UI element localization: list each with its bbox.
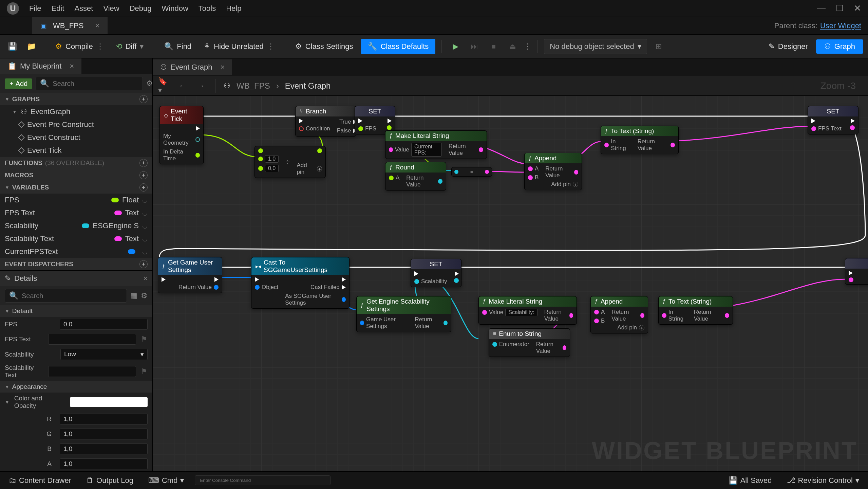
exec-in-pin[interactable] [358, 119, 376, 123]
node-round[interactable]: ƒRound A Return Value [385, 162, 446, 191]
prop-input[interactable] [60, 319, 148, 330]
bookmark-button[interactable]: 🔖▾ [158, 80, 170, 92]
visibility-icon[interactable]: ◡ [142, 222, 148, 230]
pin-out[interactable]: My Geometry [163, 133, 200, 146]
pin-out[interactable] [850, 125, 855, 130]
revision-control-button[interactable]: ⎇Revision Control▾ [783, 474, 863, 487]
node-append-2[interactable]: ƒAppend A B Return Value Add pin+ [590, 296, 648, 333]
pin-in[interactable]: 1,0 [258, 155, 279, 163]
exec-out-pin[interactable] [214, 277, 219, 282]
settings-icon[interactable]: ⚙ [146, 79, 153, 88]
node-set-scalability[interactable]: SET Scalability [411, 259, 461, 287]
forward-button[interactable]: → [195, 80, 207, 92]
event-item[interactable]: Event Construct [0, 131, 152, 144]
visibility-icon[interactable]: ◡ [142, 235, 148, 242]
prop-input[interactable] [60, 443, 148, 454]
add-function-icon[interactable]: + [139, 159, 148, 167]
exec-out-pin[interactable] [851, 119, 855, 123]
pin-out[interactable]: Return Value [449, 143, 483, 157]
pin-a[interactable]: A [594, 309, 605, 315]
content-drawer-button[interactable]: 🗂Content Drawer [5, 474, 75, 487]
pin-cast-failed[interactable]: Cast Failed [310, 284, 346, 291]
pin-out[interactable]: In Delta Time [163, 148, 200, 162]
event-item[interactable]: Event Tick [0, 144, 152, 157]
add-variable-icon[interactable]: + [139, 183, 148, 192]
breadcrumb-root[interactable]: WB_FPS [237, 81, 270, 91]
color-swatch[interactable] [70, 397, 148, 407]
pin-in[interactable] [258, 148, 279, 153]
reset-icon[interactable]: ⚑ [141, 335, 148, 344]
pin-out[interactable]: Return Value [178, 284, 219, 291]
exec-in-pin[interactable] [811, 119, 842, 123]
exec-in-pin[interactable] [162, 277, 166, 282]
browse-button[interactable]: 📁 [24, 39, 39, 54]
prop-group-default[interactable]: ▼Default [0, 305, 152, 317]
add-pin[interactable]: Add pin+ [617, 324, 644, 331]
class-settings-button[interactable]: ⚙ Class Settings [291, 39, 357, 54]
variable-row[interactable]: Scalability TextText◡ [0, 232, 152, 245]
reset-icon[interactable]: ⚑ [141, 367, 148, 376]
node-set-scalability-text[interactable]: SET Scalability Text [845, 258, 868, 285]
prop-input[interactable] [48, 334, 136, 345]
exec-in-pin[interactable] [849, 271, 853, 275]
pin-value[interactable]: ValueScalability: [482, 309, 537, 316]
all-saved-button[interactable]: 💾All Saved [724, 474, 776, 487]
pin-var[interactable] [849, 277, 853, 282]
node-set-fpstext[interactable]: SET FPS Text [808, 106, 858, 134]
output-log-button[interactable]: 🗒Output Log [82, 474, 137, 487]
exec-in-pin[interactable] [255, 277, 278, 282]
add-graph-icon[interactable]: + [139, 95, 148, 103]
prop-input[interactable] [48, 366, 136, 377]
pin-in[interactable]: A [389, 175, 399, 181]
pin-in[interactable]: Game User Settings [360, 316, 408, 330]
locate-button[interactable]: ⊞ [651, 39, 666, 54]
pin-out[interactable]: Return Value [536, 341, 566, 355]
node-cast[interactable]: ▸◂Cast To SGGameUserSettings Object Cast… [251, 257, 350, 309]
menu-view[interactable]: View [103, 4, 119, 13]
exec-out-pin[interactable] [388, 119, 392, 123]
section-variables[interactable]: ▼ VARIABLES + [0, 181, 152, 194]
pin-out[interactable]: Return Value [406, 175, 442, 188]
menu-window[interactable]: Window [162, 4, 188, 13]
add-button[interactable]: + Add [5, 78, 32, 89]
add-pin[interactable]: Add pin+ [551, 181, 578, 188]
play-button[interactable]: ▶ [448, 39, 463, 54]
settings-icon[interactable]: ⚙ [141, 291, 148, 300]
designer-button[interactable]: ✎ Designer [765, 39, 812, 54]
variable-row[interactable]: CurrentFPSText◡ [0, 245, 152, 258]
save-button[interactable]: 💾 [5, 39, 20, 54]
section-functions[interactable]: FUNCTIONS (36 OVERRIDABLE) + [0, 157, 152, 169]
debug-object-dropdown[interactable]: No debug object selected ▾ [544, 39, 647, 54]
exec-out-pin[interactable] [342, 277, 346, 282]
menu-asset[interactable]: Asset [74, 4, 93, 13]
node-get-user-settings[interactable]: ƒGet Game User Settings Return Value [158, 257, 222, 293]
node-get-engine-scalability[interactable]: ƒGet Engine Scalability Settings Game Us… [356, 296, 451, 332]
visibility-icon[interactable]: ◡ [142, 248, 148, 255]
menu-edit[interactable]: Edit [51, 4, 64, 13]
prop-group-appearance[interactable]: ▼Appearance [0, 381, 152, 393]
close-icon[interactable]: × [221, 63, 225, 72]
add-dispatcher-icon[interactable]: + [139, 260, 148, 268]
section-graphs[interactable]: ▼ GRAPHS + [0, 93, 152, 105]
pin-var[interactable]: FPS [358, 125, 376, 132]
parent-class-link[interactable]: User Widget [820, 21, 861, 30]
filter-icon[interactable]: ▦ [130, 291, 137, 300]
prop-input[interactable] [60, 414, 148, 424]
variable-row[interactable]: ScalabilityESGEngine S◡ [0, 219, 152, 232]
node-enum-to-string[interactable]: ≡Enum to String Enumerator Return Value [489, 328, 570, 357]
pin-in[interactable]: In String [662, 309, 687, 322]
pin-in[interactable]: Enumerator [492, 341, 529, 348]
variable-row[interactable]: FPSFloat◡ [0, 194, 152, 206]
skip-button[interactable]: ⏭ [467, 39, 482, 54]
prop-input[interactable] [60, 429, 148, 439]
pin-out[interactable]: Return Value [611, 309, 644, 322]
find-button[interactable]: 🔍 Find [160, 39, 195, 54]
tab-wb-fps[interactable]: ▣ WB_FPS × [32, 17, 108, 34]
visibility-icon[interactable]: ◡ [142, 209, 148, 217]
maximize-icon[interactable]: ☐ [836, 3, 844, 14]
pin-as[interactable]: As SGGame User Settings [285, 293, 346, 306]
pin-out[interactable]: Return Value [638, 138, 675, 152]
graph-root[interactable]: ▼ ⚇ EventGraph [0, 105, 152, 118]
stop-button[interactable]: ■ [486, 39, 501, 54]
diff-button[interactable]: ⟲ Diff▾ [112, 39, 148, 54]
